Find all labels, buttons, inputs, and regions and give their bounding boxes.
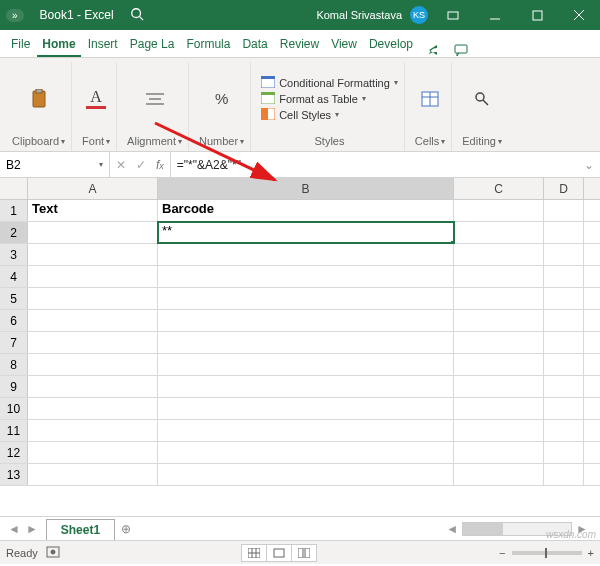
select-all-corner[interactable] bbox=[0, 178, 28, 199]
cell[interactable] bbox=[544, 464, 584, 485]
cell[interactable] bbox=[28, 442, 158, 463]
tab-developer[interactable]: Develop bbox=[364, 32, 418, 57]
row-header[interactable]: 8 bbox=[0, 354, 28, 375]
cell[interactable] bbox=[28, 420, 158, 441]
cell[interactable]: Text bbox=[28, 200, 158, 221]
launcher-icon[interactable]: ▾ bbox=[178, 137, 182, 146]
cell[interactable] bbox=[158, 332, 454, 353]
cell[interactable] bbox=[28, 244, 158, 265]
cell[interactable] bbox=[158, 420, 454, 441]
enter-icon[interactable]: ✓ bbox=[136, 158, 146, 172]
tab-formulas[interactable]: Formula bbox=[181, 32, 235, 57]
close-icon[interactable] bbox=[562, 0, 596, 30]
row-header[interactable]: 4 bbox=[0, 266, 28, 287]
formula-input[interactable]: ="*"&A2&"*" bbox=[171, 158, 578, 172]
search-icon[interactable] bbox=[130, 7, 144, 24]
cell[interactable] bbox=[454, 288, 544, 309]
minimize-icon[interactable] bbox=[478, 0, 512, 30]
cell[interactable] bbox=[454, 266, 544, 287]
zoom-in-icon[interactable]: + bbox=[588, 547, 594, 559]
cell[interactable] bbox=[158, 354, 454, 375]
expand-formula-icon[interactable]: ⌄ bbox=[578, 158, 600, 172]
cell[interactable] bbox=[158, 376, 454, 397]
cell[interactable] bbox=[158, 266, 454, 287]
comments-button[interactable] bbox=[448, 43, 474, 57]
cell[interactable] bbox=[454, 200, 544, 221]
fx-icon[interactable]: fx bbox=[156, 158, 164, 172]
ribbon-display-icon[interactable] bbox=[436, 0, 470, 30]
cell[interactable] bbox=[158, 464, 454, 485]
table-row[interactable]: 9 bbox=[0, 376, 600, 398]
sheet-nav-next-icon[interactable]: ► bbox=[26, 522, 38, 536]
row-header[interactable]: 2 bbox=[0, 222, 28, 243]
cell[interactable] bbox=[454, 354, 544, 375]
tab-insert[interactable]: Insert bbox=[83, 32, 123, 57]
format-as-table-button[interactable]: Format as Table ▾ bbox=[261, 92, 398, 106]
cell[interactable] bbox=[28, 376, 158, 397]
view-normal-icon[interactable] bbox=[241, 544, 267, 562]
avatar[interactable]: KS bbox=[410, 6, 428, 24]
cell[interactable] bbox=[544, 442, 584, 463]
cell[interactable] bbox=[158, 244, 454, 265]
cell[interactable]: ** bbox=[158, 222, 454, 243]
alignment-button[interactable] bbox=[145, 89, 165, 109]
table-row[interactable]: 2** bbox=[0, 222, 600, 244]
new-sheet-button[interactable]: ⊕ bbox=[121, 522, 131, 536]
cell[interactable] bbox=[28, 310, 158, 331]
row-header[interactable]: 9 bbox=[0, 376, 28, 397]
cell[interactable] bbox=[28, 354, 158, 375]
tab-view[interactable]: View bbox=[326, 32, 362, 57]
tab-file[interactable]: File bbox=[6, 32, 35, 57]
row-header[interactable]: 13 bbox=[0, 464, 28, 485]
cell[interactable] bbox=[544, 222, 584, 243]
cell[interactable] bbox=[544, 266, 584, 287]
cell[interactable] bbox=[28, 266, 158, 287]
launcher-icon[interactable]: ▾ bbox=[61, 137, 65, 146]
cell[interactable] bbox=[454, 398, 544, 419]
cell[interactable] bbox=[544, 310, 584, 331]
column-header-A[interactable]: A bbox=[28, 178, 158, 199]
macro-record-icon[interactable] bbox=[46, 546, 60, 560]
share-button[interactable] bbox=[420, 43, 446, 57]
zoom-slider[interactable] bbox=[512, 551, 582, 555]
table-row[interactable]: 4 bbox=[0, 266, 600, 288]
column-header-D[interactable]: D bbox=[544, 178, 584, 199]
launcher-icon[interactable]: ▾ bbox=[240, 137, 244, 146]
table-row[interactable]: 8 bbox=[0, 354, 600, 376]
table-row[interactable]: 12 bbox=[0, 442, 600, 464]
cell[interactable] bbox=[28, 222, 158, 243]
chevron-down-icon[interactable]: ▾ bbox=[99, 160, 103, 169]
sheet-nav-prev-icon[interactable]: ◄ bbox=[8, 522, 20, 536]
table-row[interactable]: 6 bbox=[0, 310, 600, 332]
row-header[interactable]: 5 bbox=[0, 288, 28, 309]
row-header[interactable]: 1 bbox=[0, 200, 28, 221]
cells-button[interactable] bbox=[420, 89, 440, 109]
table-row[interactable]: 5 bbox=[0, 288, 600, 310]
number-button[interactable]: % bbox=[212, 89, 232, 109]
user-name[interactable]: Komal Srivastava bbox=[316, 9, 402, 21]
cell-styles-button[interactable]: Cell Styles ▾ bbox=[261, 108, 398, 122]
view-page-layout-icon[interactable] bbox=[266, 544, 292, 562]
font-button[interactable]: A bbox=[86, 89, 106, 109]
tab-page-layout[interactable]: Page La bbox=[125, 32, 180, 57]
cell[interactable]: Barcode bbox=[158, 200, 454, 221]
row-header[interactable]: 6 bbox=[0, 310, 28, 331]
cell[interactable] bbox=[28, 398, 158, 419]
column-header-C[interactable]: C bbox=[454, 178, 544, 199]
cell[interactable] bbox=[454, 244, 544, 265]
cell[interactable] bbox=[544, 354, 584, 375]
cell[interactable] bbox=[158, 442, 454, 463]
cell[interactable] bbox=[544, 288, 584, 309]
table-row[interactable]: 1TextBarcode bbox=[0, 200, 600, 222]
cell[interactable] bbox=[544, 376, 584, 397]
cell[interactable] bbox=[454, 332, 544, 353]
table-row[interactable]: 3 bbox=[0, 244, 600, 266]
cell[interactable] bbox=[454, 376, 544, 397]
row-header[interactable]: 3 bbox=[0, 244, 28, 265]
table-row[interactable]: 13 bbox=[0, 464, 600, 486]
cell[interactable] bbox=[544, 200, 584, 221]
zoom-out-icon[interactable]: − bbox=[499, 547, 505, 559]
paste-button[interactable] bbox=[29, 89, 49, 109]
cell[interactable] bbox=[454, 442, 544, 463]
cell[interactable] bbox=[158, 288, 454, 309]
